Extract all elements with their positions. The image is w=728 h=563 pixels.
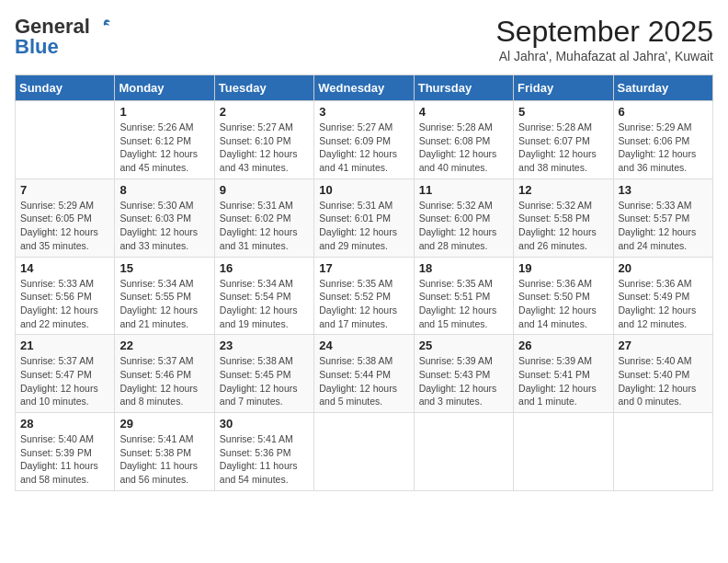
calendar-cell: 25Sunrise: 5:39 AM Sunset: 5:43 PM Dayli… (414, 335, 513, 413)
day-number: 28 (20, 417, 109, 431)
day-number: 2 (220, 105, 309, 119)
day-info: Sunrise: 5:41 AM Sunset: 5:36 PM Dayligh… (220, 432, 309, 487)
calendar-cell: 6Sunrise: 5:29 AM Sunset: 6:06 PM Daylig… (613, 101, 712, 179)
calendar-cell: 12Sunrise: 5:32 AM Sunset: 5:58 PM Dayli… (514, 178, 613, 257)
calendar-cell: 16Sunrise: 5:34 AM Sunset: 5:54 PM Dayli… (214, 257, 313, 335)
day-info: Sunrise: 5:40 AM Sunset: 5:39 PM Dayligh… (20, 432, 109, 487)
calendar-body: 1Sunrise: 5:26 AM Sunset: 6:12 PM Daylig… (16, 101, 713, 491)
day-info: Sunrise: 5:35 AM Sunset: 5:51 PM Dayligh… (419, 277, 508, 331)
page-header: General Blue September 2025 Al Jahra', M… (15, 15, 713, 63)
day-number: 15 (119, 261, 209, 275)
day-number: 19 (518, 261, 608, 275)
calendar-cell: 8Sunrise: 5:30 AM Sunset: 6:03 PM Daylig… (115, 178, 214, 257)
day-number: 8 (119, 183, 209, 197)
day-number: 24 (319, 339, 408, 352)
calendar-week-row: 14Sunrise: 5:33 AM Sunset: 5:56 PM Dayli… (16, 257, 713, 335)
day-info: Sunrise: 5:38 AM Sunset: 5:44 PM Dayligh… (319, 354, 408, 408)
calendar-cell (414, 413, 513, 491)
calendar-cell: 9Sunrise: 5:31 AM Sunset: 6:02 PM Daylig… (214, 178, 313, 257)
calendar-cell: 22Sunrise: 5:37 AM Sunset: 5:46 PM Dayli… (115, 335, 214, 413)
day-info: Sunrise: 5:28 AM Sunset: 6:08 PM Dayligh… (419, 121, 508, 175)
day-info: Sunrise: 5:37 AM Sunset: 5:47 PM Dayligh… (20, 354, 109, 408)
day-number: 18 (419, 261, 508, 275)
day-info: Sunrise: 5:38 AM Sunset: 5:45 PM Dayligh… (220, 354, 309, 408)
day-info: Sunrise: 5:35 AM Sunset: 5:52 PM Dayligh… (319, 277, 408, 331)
day-info: Sunrise: 5:29 AM Sunset: 6:06 PM Dayligh… (619, 121, 708, 175)
day-number: 5 (518, 105, 608, 119)
calendar-cell (514, 413, 613, 491)
day-info: Sunrise: 5:29 AM Sunset: 6:05 PM Dayligh… (20, 199, 109, 253)
day-info: Sunrise: 5:27 AM Sunset: 6:10 PM Dayligh… (220, 121, 309, 175)
day-info: Sunrise: 5:27 AM Sunset: 6:09 PM Dayligh… (319, 121, 408, 175)
column-header-tuesday: Tuesday (214, 75, 313, 101)
calendar-cell: 30Sunrise: 5:41 AM Sunset: 5:36 PM Dayli… (214, 413, 313, 491)
day-info: Sunrise: 5:33 AM Sunset: 5:57 PM Dayligh… (619, 199, 708, 253)
calendar-cell: 17Sunrise: 5:35 AM Sunset: 5:52 PM Dayli… (314, 257, 414, 335)
calendar-cell: 21Sunrise: 5:37 AM Sunset: 5:47 PM Dayli… (16, 335, 115, 413)
logo-blue: Blue (15, 35, 59, 59)
day-info: Sunrise: 5:40 AM Sunset: 5:40 PM Dayligh… (619, 354, 708, 408)
calendar-cell: 23Sunrise: 5:38 AM Sunset: 5:45 PM Dayli… (214, 335, 313, 413)
day-number: 11 (419, 183, 508, 197)
day-number: 16 (220, 261, 309, 275)
day-info: Sunrise: 5:32 AM Sunset: 5:58 PM Dayligh… (518, 199, 608, 253)
calendar-cell: 1Sunrise: 5:26 AM Sunset: 6:12 PM Daylig… (115, 101, 214, 179)
day-number: 26 (518, 339, 608, 352)
day-number: 20 (619, 261, 708, 275)
calendar-cell: 5Sunrise: 5:28 AM Sunset: 6:07 PM Daylig… (514, 101, 613, 179)
calendar-cell (613, 413, 712, 491)
calendar-cell: 24Sunrise: 5:38 AM Sunset: 5:44 PM Dayli… (314, 335, 414, 413)
calendar-cell: 20Sunrise: 5:36 AM Sunset: 5:49 PM Dayli… (613, 257, 712, 335)
day-number: 3 (319, 105, 408, 119)
day-number: 10 (319, 183, 408, 197)
day-number: 7 (20, 183, 109, 197)
day-number: 22 (119, 339, 209, 352)
calendar-cell: 4Sunrise: 5:28 AM Sunset: 6:08 PM Daylig… (414, 101, 513, 179)
calendar-week-row: 1Sunrise: 5:26 AM Sunset: 6:12 PM Daylig… (16, 101, 713, 179)
day-info: Sunrise: 5:37 AM Sunset: 5:46 PM Dayligh… (119, 354, 209, 408)
day-number: 17 (319, 261, 408, 275)
day-info: Sunrise: 5:39 AM Sunset: 5:41 PM Dayligh… (518, 354, 608, 408)
day-info: Sunrise: 5:36 AM Sunset: 5:49 PM Dayligh… (619, 277, 708, 331)
day-number: 14 (20, 261, 109, 275)
day-number: 9 (220, 183, 309, 197)
calendar-cell: 18Sunrise: 5:35 AM Sunset: 5:51 PM Dayli… (414, 257, 513, 335)
day-number: 30 (220, 417, 309, 431)
day-number: 27 (619, 339, 708, 352)
month-title: September 2025 (495, 15, 713, 49)
calendar-cell: 2Sunrise: 5:27 AM Sunset: 6:10 PM Daylig… (214, 101, 313, 179)
day-number: 4 (419, 105, 508, 119)
calendar-cell (16, 101, 115, 179)
calendar-cell: 19Sunrise: 5:36 AM Sunset: 5:50 PM Dayli… (514, 257, 613, 335)
day-number: 1 (119, 105, 209, 119)
day-info: Sunrise: 5:34 AM Sunset: 5:55 PM Dayligh… (119, 277, 209, 331)
logo-bird-icon (92, 17, 112, 37)
day-number: 13 (619, 183, 708, 197)
day-info: Sunrise: 5:30 AM Sunset: 6:03 PM Dayligh… (119, 199, 209, 253)
column-header-wednesday: Wednesday (314, 75, 414, 101)
day-info: Sunrise: 5:39 AM Sunset: 5:43 PM Dayligh… (419, 354, 508, 408)
day-info: Sunrise: 5:28 AM Sunset: 6:07 PM Dayligh… (518, 121, 608, 175)
calendar-table: SundayMondayTuesdayWednesdayThursdayFrid… (15, 75, 713, 491)
column-header-thursday: Thursday (414, 75, 513, 101)
calendar-week-row: 28Sunrise: 5:40 AM Sunset: 5:39 PM Dayli… (16, 413, 713, 491)
day-info: Sunrise: 5:31 AM Sunset: 6:02 PM Dayligh… (220, 199, 309, 253)
day-number: 6 (619, 105, 708, 119)
day-number: 21 (20, 339, 109, 352)
day-info: Sunrise: 5:34 AM Sunset: 5:54 PM Dayligh… (220, 277, 309, 331)
day-info: Sunrise: 5:32 AM Sunset: 6:00 PM Dayligh… (419, 199, 508, 253)
calendar-cell: 14Sunrise: 5:33 AM Sunset: 5:56 PM Dayli… (16, 257, 115, 335)
calendar-cell: 26Sunrise: 5:39 AM Sunset: 5:41 PM Dayli… (514, 335, 613, 413)
column-header-saturday: Saturday (613, 75, 712, 101)
calendar-cell: 27Sunrise: 5:40 AM Sunset: 5:40 PM Dayli… (613, 335, 712, 413)
calendar-week-row: 21Sunrise: 5:37 AM Sunset: 5:47 PM Dayli… (16, 335, 713, 413)
calendar-cell: 10Sunrise: 5:31 AM Sunset: 6:01 PM Dayli… (314, 178, 414, 257)
calendar-cell (314, 413, 414, 491)
day-number: 23 (220, 339, 309, 352)
calendar-cell: 29Sunrise: 5:41 AM Sunset: 5:38 PM Dayli… (115, 413, 214, 491)
calendar-cell: 28Sunrise: 5:40 AM Sunset: 5:39 PM Dayli… (16, 413, 115, 491)
day-info: Sunrise: 5:41 AM Sunset: 5:38 PM Dayligh… (119, 432, 209, 487)
calendar-cell: 15Sunrise: 5:34 AM Sunset: 5:55 PM Dayli… (115, 257, 214, 335)
day-number: 29 (119, 417, 209, 431)
day-number: 12 (518, 183, 608, 197)
